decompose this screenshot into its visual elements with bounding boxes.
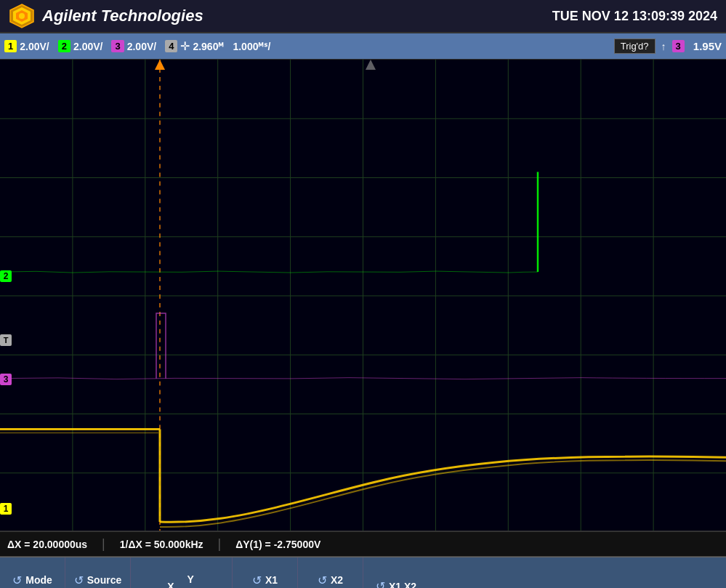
ch2-scale: 2.00V/ [73, 41, 102, 52]
y-label: Y [187, 573, 194, 585]
crosshair-icon: ✛ [180, 39, 190, 53]
ch3-scale: 2.00V/ [127, 41, 156, 52]
trigger-section: Trig'd? ↑ 3 1.95V [614, 39, 722, 54]
waveform-svg [0, 60, 726, 531]
x2-control[interactable]: ↺ X2 20.0000us [298, 557, 363, 588]
trig-arrow-indicator: ↑ [661, 41, 666, 52]
inv-delta-x-measurement: 1/ΔX = 50.000kHz [120, 539, 203, 550]
x1x2-label: X1 X2 [389, 581, 416, 589]
x-label: X [167, 581, 174, 589]
header: Agilent Technologies TUE NOV 12 13:09:39… [0, 0, 726, 33]
datetime-display: TUE NOV 12 13:09:39 2024 [552, 9, 717, 24]
ch1-marker: 1 [0, 503, 12, 515]
x1-undo-icon: ↺ [252, 573, 262, 587]
trigger-marker: T [0, 334, 12, 346]
x2-label: X2 [331, 574, 343, 586]
scope-display: 2 T 3 1 [0, 60, 726, 532]
mode-control[interactable]: ↺ Mode Manual [0, 557, 65, 588]
mode-undo-icon: ↺ [12, 573, 22, 587]
source-undo-icon: ↺ [74, 573, 84, 587]
measurement-bar: ΔX = 20.00000us | 1/ΔX = 50.000kHz | ΔY(… [0, 532, 726, 557]
x1-label: X1 [265, 574, 278, 586]
delta-y-measurement: ΔY(1) = -2.75000V [235, 539, 320, 550]
sep2: | [218, 536, 222, 552]
agilent-logo-icon [9, 3, 35, 29]
trig-ch-badge: 3 [672, 40, 685, 52]
svg-marker-22 [366, 60, 376, 70]
status-bar: 1 2.00V/ 2 2.00V/ 3 2.00V/ 4 ✛ 2.960ᴹ 1.… [0, 33, 726, 60]
sep1: | [102, 536, 105, 552]
xy-control[interactable]: X Y ✓ [131, 557, 233, 588]
company-name: Agilent Technologies [42, 7, 203, 25]
x1x2-undo-icon: ↺ [376, 579, 385, 588]
source-label: Source [87, 574, 121, 586]
delta-x-measurement: ΔX = 20.00000us [7, 539, 87, 550]
ch4-badge[interactable]: 4 [165, 40, 177, 52]
controls-bar: ↺ Mode Manual ↺ Source 1 X Y ✓ ↺ X1 0.0s [0, 557, 726, 588]
svg-point-3 [19, 13, 25, 19]
svg-marker-21 [155, 60, 165, 70]
ch1-scale: 2.00V/ [20, 41, 49, 52]
x1-control[interactable]: ↺ X1 0.0s [233, 557, 298, 588]
y-checkmark: ✓ [186, 585, 195, 588]
ch3-marker: 3 [0, 374, 12, 385]
ch3-badge[interactable]: 3 [111, 40, 124, 52]
timebase-val: 2.960ᴹ [193, 41, 224, 52]
ch2-marker: 2 [0, 270, 12, 282]
x1x2-control[interactable]: ↺ X1 X2 [363, 557, 429, 588]
ch1-badge[interactable]: 1 [4, 40, 17, 52]
ch2-badge[interactable]: 2 [58, 40, 70, 52]
x2-undo-icon: ↺ [318, 573, 327, 587]
sample-rate: 1.000ᴹˢ/ [233, 41, 270, 52]
trig-status[interactable]: Trig'd? [614, 39, 656, 54]
source-control[interactable]: ↺ Source 1 [65, 557, 131, 588]
trig-level-val: 1.95V [693, 40, 722, 52]
logo-area: Agilent Technologies [9, 3, 203, 29]
mode-label: Mode [25, 574, 52, 586]
